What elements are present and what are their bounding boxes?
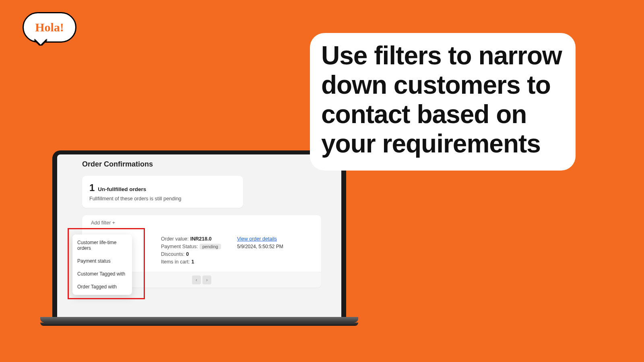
filter-option-lifetime-orders[interactable]: Customer life-time orders [72, 236, 132, 255]
order-value-label: Order value: [161, 236, 189, 242]
filter-option-order-tagged[interactable]: Order Tagged with [72, 280, 132, 293]
summary-card: 1 Un-fullfilled orders Fullfillment of t… [82, 176, 243, 208]
items-label: Items in cart: [161, 259, 190, 265]
unfulfilled-label: Un-fullfilled orders [98, 186, 146, 192]
order-value: INR218.0 [190, 236, 212, 242]
laptop-base [40, 317, 358, 323]
add-filter-button[interactable]: Add filter + [91, 220, 315, 226]
filter-option-customer-tagged[interactable]: Customer Tagged with [72, 267, 132, 280]
instruction-callout: Use filters to narrow down customers to … [310, 33, 576, 171]
laptop-frame: Order Confirmations 1 Un-fullfilled orde… [52, 150, 346, 319]
app-screen: Order Confirmations 1 Un-fullfilled orde… [57, 154, 341, 319]
laptop-foot [40, 323, 358, 326]
instruction-text: Use filters to narrow down customers to … [321, 41, 564, 158]
items-value: 1 [192, 259, 194, 265]
paginator-next[interactable]: › [202, 276, 211, 284]
hola-text: Hola! [35, 21, 64, 34]
page-title: Order Confirmations [82, 160, 321, 169]
filter-dropdown[interactable]: Customer life-time orders Payment status… [72, 234, 132, 295]
order-timestamp: 5/9/2024, 5:50:52 PM [237, 244, 283, 249]
discounts-label: Discounts: [161, 251, 184, 257]
hola-speech-bubble: Hola! [23, 12, 76, 43]
filter-option-payment-status[interactable]: Payment status [72, 255, 132, 267]
summary-subtext: Fullfillment of these orders is still pe… [89, 196, 236, 202]
unfulfilled-count: 1 [89, 182, 95, 193]
view-order-details-link[interactable]: View order details [237, 236, 283, 242]
payment-status-badge: pending [200, 244, 221, 249]
discounts-value: 0 [186, 251, 189, 257]
payment-status-label: Payment Status: [161, 244, 198, 249]
paginator-prev[interactable]: ‹ [192, 276, 201, 284]
